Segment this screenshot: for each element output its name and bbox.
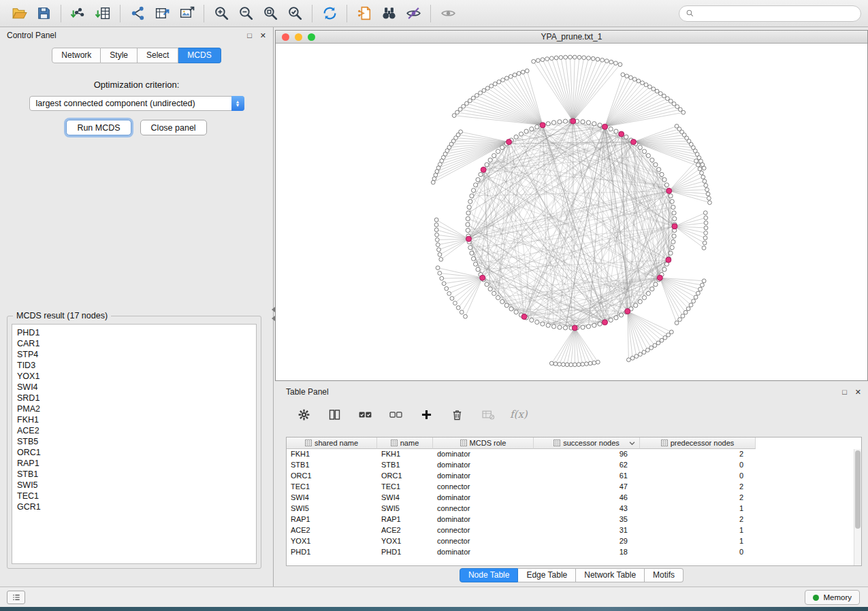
mcds-result-list[interactable]: PHD1CAR1STP4TID3YOX1SWI4SRD1PMA2FKH1ACE2…	[12, 324, 257, 564]
zoom-out-button[interactable]	[234, 3, 258, 24]
delete-column-button[interactable]	[449, 406, 465, 423]
zoom-in-button[interactable]	[209, 3, 234, 24]
mcds-result-item[interactable]: ORC1	[17, 447, 256, 458]
minimize-window-icon[interactable]	[295, 33, 302, 41]
network-window-title: YPA_prune.txt_1	[541, 32, 602, 42]
table-cell: dominator	[433, 460, 534, 471]
table-scrollbar[interactable]	[854, 449, 861, 565]
table-row[interactable]: RAP1RAP1dominator352	[287, 514, 861, 525]
binoculars-icon	[381, 5, 398, 22]
float-panel-icon[interactable]: □	[842, 389, 847, 396]
close-panel-icon[interactable]: ✕	[855, 389, 861, 396]
column-header-successor-nodes[interactable]: successor nodes	[534, 437, 640, 449]
sort-chevron-icon	[629, 442, 635, 446]
table-cell: SWI5	[287, 503, 377, 514]
window-controls	[282, 33, 315, 41]
network-canvas[interactable]	[276, 44, 867, 380]
control-panel: Control Panel □ ✕ NetworkStyleSelectMCDS…	[0, 27, 274, 587]
scrollbar-thumb[interactable]	[855, 450, 861, 529]
network-window-titlebar[interactable]: YPA_prune.txt_1	[276, 31, 867, 44]
table-row[interactable]: STB1STB1dominator620	[287, 460, 861, 471]
deselect-all-columns-button[interactable]	[387, 406, 404, 423]
export-image-button[interactable]	[174, 3, 199, 24]
control-panel-tabs: NetworkStyleSelectMCDS	[0, 48, 273, 63]
table-panel-header: Table Panel □ ✕	[275, 384, 868, 400]
find-button[interactable]	[376, 3, 401, 24]
open-session-button[interactable]	[7, 3, 31, 24]
hide-selected-button[interactable]	[401, 3, 425, 24]
show-panels-button[interactable]	[7, 591, 25, 604]
tab-motifs[interactable]: Motifs	[645, 568, 684, 582]
zoom-fit-button[interactable]	[258, 3, 283, 24]
network-graph[interactable]	[276, 44, 867, 380]
copy-style-button[interactable]	[352, 3, 376, 24]
tab-network[interactable]: Network	[52, 48, 101, 63]
mcds-result-item[interactable]: PMA2	[17, 403, 256, 414]
tab-network-table[interactable]: Network Table	[576, 568, 645, 582]
mcds-result-item[interactable]: SRD1	[17, 393, 256, 403]
table-row[interactable]: ACE2ACE2connector311	[287, 525, 861, 536]
mcds-result-item[interactable]: RAP1	[17, 458, 256, 469]
mcds-result-item[interactable]: FKH1	[17, 414, 256, 425]
table-row[interactable]: FKH1FKH1dominator962	[287, 449, 861, 460]
table-cell: 2	[640, 449, 756, 460]
import-network-button[interactable]	[66, 3, 91, 24]
zoom-selected-button[interactable]	[283, 3, 307, 24]
close-window-icon[interactable]	[282, 33, 289, 41]
network-from-table-button[interactable]	[150, 3, 174, 24]
table-cell: 35	[534, 514, 640, 525]
table-cell: 0	[640, 460, 756, 471]
table-row[interactable]: SWI5SWI5connector431	[287, 503, 861, 514]
add-column-button[interactable]	[418, 406, 434, 423]
table-row[interactable]: TEC1TEC1connector472	[287, 482, 861, 493]
table-cell: ORC1	[377, 471, 433, 482]
table-settings-button[interactable]	[295, 406, 312, 423]
run-mcds-button[interactable]: Run MCDS	[66, 120, 131, 135]
show-columns-button[interactable]	[326, 406, 342, 423]
tab-select[interactable]: Select	[138, 48, 178, 63]
mcds-result-item[interactable]: YOX1	[17, 371, 256, 382]
mcds-result-item[interactable]: SWI4	[17, 382, 256, 393]
tab-node-table[interactable]: Node Table	[460, 568, 519, 582]
tab-edge-table[interactable]: Edge Table	[518, 568, 576, 582]
table-row[interactable]: ORC1ORC1dominator610	[287, 471, 861, 482]
mcds-result-item[interactable]: TEC1	[17, 491, 256, 501]
mcds-result-item[interactable]: ACE2	[17, 425, 256, 436]
column-header-predecessor-nodes[interactable]: predecessor nodes	[640, 437, 756, 449]
select-all-columns-button[interactable]	[357, 406, 373, 423]
apply-layout-button[interactable]	[317, 3, 342, 24]
table-cell: TEC1	[287, 482, 377, 493]
tab-mcds[interactable]: MCDS	[178, 48, 221, 63]
mcds-result-item[interactable]: SWI5	[17, 480, 256, 491]
column-header-name[interactable]: name	[377, 437, 433, 449]
show-all-button[interactable]	[436, 3, 460, 24]
memory-button[interactable]: Memory	[805, 590, 860, 605]
table-row[interactable]: PHD1PHD1dominator180	[287, 547, 861, 558]
column-header-shared-name[interactable]: shared name	[287, 437, 377, 449]
close-panel-button[interactable]: Close panel	[140, 120, 207, 135]
maximize-window-icon[interactable]	[308, 33, 315, 41]
mcds-result-item[interactable]: TID3	[17, 360, 256, 371]
close-panel-icon[interactable]: ✕	[260, 32, 266, 39]
image-export-icon	[178, 5, 195, 22]
float-panel-icon[interactable]: □	[247, 32, 252, 39]
mcds-result-item[interactable]: STP4	[17, 349, 256, 360]
criterion-dropdown[interactable]: largest connected component (undirected)…	[29, 96, 244, 111]
import-table-button[interactable]	[91, 3, 115, 24]
column-header-mcds-role[interactable]: MCDS role	[433, 437, 534, 449]
tab-style[interactable]: Style	[101, 48, 138, 63]
mcds-result-item[interactable]: GCR1	[17, 501, 256, 512]
mcds-result-item[interactable]: STB1	[17, 469, 256, 480]
mcds-result-item[interactable]: STB5	[17, 436, 256, 447]
search-box[interactable]	[679, 5, 861, 22]
new-network-button[interactable]	[125, 3, 150, 24]
column-header-label: MCDS role	[470, 439, 507, 447]
table-cell: TEC1	[377, 482, 433, 493]
table-cell: dominator	[433, 449, 534, 460]
search-input[interactable]	[698, 8, 854, 19]
mcds-result-item[interactable]: PHD1	[17, 327, 256, 338]
save-session-button[interactable]	[31, 3, 56, 24]
table-row[interactable]: YOX1YOX1connector291	[287, 536, 861, 547]
mcds-result-item[interactable]: CAR1	[17, 338, 256, 349]
table-row[interactable]: SWI4SWI4dominator462	[287, 493, 861, 503]
